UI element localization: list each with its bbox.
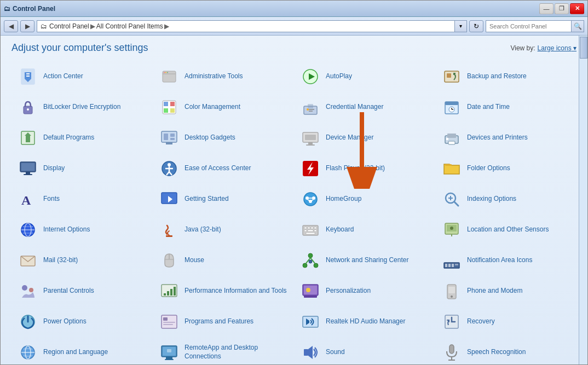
internet-options-icon [17, 219, 39, 241]
control-item-performance-info[interactable]: Performance Information and Tools [153, 276, 294, 306]
svg-rect-122 [163, 322, 175, 323]
svg-rect-33 [164, 134, 168, 140]
getting-started-icon [158, 188, 180, 210]
control-item-java[interactable]: Java (32-bit) [153, 215, 294, 245]
search-button[interactable]: 🔍 [571, 20, 584, 32]
control-item-internet-options[interactable]: Internet Options [11, 215, 153, 245]
svg-point-6 [164, 72, 165, 73]
control-item-color-management[interactable]: Color Management [153, 92, 294, 123]
svg-rect-18 [164, 108, 168, 113]
notification-area-icon [441, 250, 463, 271]
control-item-speech-recognition[interactable]: Speech Recognition [435, 337, 577, 364]
control-item-remoteapp[interactable]: RemoteApp and Desktop Connections [153, 337, 294, 364]
scrollbar[interactable] [579, 36, 587, 364]
svg-rect-21 [308, 104, 313, 108]
control-item-keyboard[interactable]: Keyboard [294, 215, 435, 245]
control-item-region-language[interactable]: Region and Language [11, 337, 153, 364]
control-item-recovery[interactable]: Recovery [435, 306, 577, 337]
chevron-down-icon: ▾ [573, 44, 577, 52]
control-item-desktop-gadgets[interactable]: Desktop Gadgets [153, 123, 294, 153]
folder-options-icon [441, 158, 463, 179]
address-dropdown[interactable]: ▾ [455, 20, 467, 32]
control-item-autoplay[interactable]: AutoPlay [294, 61, 435, 92]
control-item-display[interactable]: Display [11, 153, 153, 184]
control-item-notification-area[interactable]: Notification Area Icons [435, 245, 577, 276]
control-item-device-manager[interactable]: Device Manager [294, 123, 435, 153]
backup-restore-label: Backup and Restore [467, 72, 527, 81]
maximize-button[interactable]: ❐ [555, 3, 569, 14]
control-item-mail[interactable]: Mail (32-bit) [11, 245, 153, 276]
svg-rect-36 [166, 142, 172, 144]
control-item-folder-options[interactable]: Folder Options [435, 153, 577, 184]
control-item-default-programs[interactable]: Default Programs [11, 123, 153, 153]
svg-point-14 [27, 108, 29, 111]
control-item-credential-manager[interactable]: Credential Manager [294, 92, 435, 123]
close-button[interactable]: ✕ [570, 3, 584, 14]
svg-rect-111 [174, 287, 176, 296]
svg-rect-46 [21, 163, 34, 171]
control-item-date-time[interactable]: Date and Time [435, 92, 577, 123]
control-item-phone-modem[interactable]: Phone and Modem [435, 276, 577, 306]
breadcrumb-icon: 🗂 [41, 22, 47, 30]
recovery-icon [441, 311, 463, 333]
titlebar: 🗂 Control Panel — ❐ ✕ [1, 1, 587, 17]
scrollbar-thumb[interactable] [580, 37, 587, 59]
svg-rect-110 [170, 289, 172, 296]
svg-rect-3 [26, 76, 30, 77]
speech-recognition-label: Speech Recognition [467, 348, 526, 357]
viewby-value[interactable]: Large icons ▾ [538, 44, 577, 52]
control-item-administrative-tools[interactable]: Administrative Tools [153, 61, 294, 92]
svg-rect-86 [306, 233, 315, 234]
svg-rect-34 [170, 134, 175, 137]
viewby-label: View by: [510, 44, 535, 52]
control-item-power-options[interactable]: Power Options [11, 306, 153, 337]
location-sensors-label: Location and Other Sensors [467, 225, 549, 234]
java-label: Java (32-bit) [185, 225, 221, 234]
control-item-action-center[interactable]: Action Center [11, 61, 153, 92]
control-item-indexing-options[interactable]: Indexing Options [435, 184, 577, 215]
address-path[interactable]: 🗂 Control Panel ▶ All Control Panel Item… [37, 20, 455, 32]
control-item-getting-started[interactable]: Getting Started [153, 184, 294, 215]
control-item-backup-restore[interactable]: Backup and Restore [435, 61, 577, 92]
svg-point-22 [307, 108, 309, 111]
svg-rect-39 [308, 142, 313, 144]
control-item-flash-player[interactable]: Flash Player (32-bit) [294, 153, 435, 184]
control-item-sound[interactable]: Sound [294, 337, 435, 364]
svg-rect-12 [447, 73, 451, 78]
minimize-button[interactable]: — [539, 3, 554, 14]
svg-rect-131 [166, 357, 172, 359]
titlebar-title: Control Panel [13, 5, 55, 13]
control-item-personalization[interactable]: Personalization [294, 276, 435, 306]
control-item-programs-features[interactable]: Programs and Features [153, 306, 294, 337]
svg-point-105 [22, 285, 27, 291]
control-item-mouse[interactable]: Mouse [153, 245, 294, 276]
sound-label: Sound [326, 348, 345, 357]
recovery-label: Recovery [467, 317, 495, 326]
breadcrumb-part1: Control Panel [49, 22, 89, 30]
search-input[interactable] [486, 20, 571, 32]
devices-printers-label: Devices and Printers [467, 134, 528, 142]
control-item-realtek-audio[interactable]: Realtek HD Audio Manager [294, 306, 435, 337]
fonts-icon: A [17, 188, 39, 210]
svg-rect-134 [304, 349, 308, 356]
back-button[interactable]: ◀ [4, 20, 18, 32]
svg-rect-101 [445, 264, 447, 267]
control-item-homegroup[interactable]: HomeGroup [294, 184, 435, 215]
refresh-button[interactable]: ↻ [469, 20, 483, 32]
forward-button[interactable]: ▶ [20, 20, 34, 32]
folder-options-label: Folder Options [467, 164, 510, 173]
region-language-label: Region and Language [43, 348, 108, 357]
notification-area-label: Notification Area Icons [467, 256, 532, 265]
svg-rect-16 [164, 102, 168, 106]
control-item-bitlocker[interactable]: BitLocker Drive Encryption [11, 92, 153, 123]
window: 🗂 Control Panel — ❐ ✕ ◀ ▶ 🗂 Control Pane… [0, 0, 588, 365]
control-item-location-sensors[interactable]: Location and Other Sensors [435, 215, 577, 245]
svg-rect-79 [304, 227, 307, 229]
control-item-ease-access[interactable]: Ease of Access Center [153, 153, 294, 184]
control-item-devices-printers[interactable]: Devices and Printers [435, 123, 577, 153]
keyboard-label: Keyboard [326, 225, 354, 234]
control-item-network-sharing[interactable]: Network and Sharing Center [294, 245, 435, 276]
control-item-fonts[interactable]: AFonts [11, 184, 153, 215]
svg-rect-80 [308, 227, 310, 229]
control-item-parental-controls[interactable]: Parental Controls [11, 276, 153, 306]
